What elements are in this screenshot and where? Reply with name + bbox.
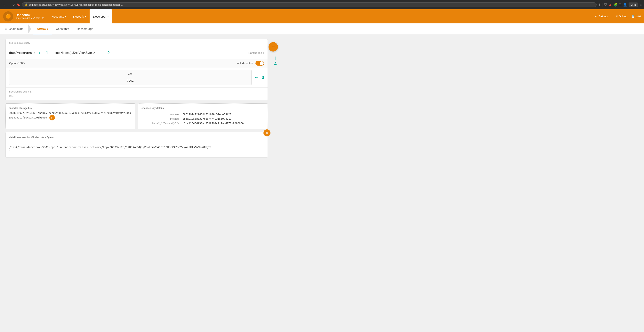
reload-button[interactable]: ↺ — [12, 3, 15, 7]
main-content: selected state query dataPreservers ▾ ← … — [0, 34, 273, 162]
include-option-toggle[interactable] — [256, 61, 264, 66]
option-row: Option<u32> include option — [6, 59, 268, 68]
value-num: 3001 — [127, 79, 134, 82]
result-value: [ /dns4/fraa-dancebox-3001-rpc-0.a.dance… — [9, 141, 264, 154]
share-button[interactable]: ⬆ — [598, 3, 601, 7]
up-arrow-icon: ↑ — [274, 55, 277, 61]
shield-icon: 🛡 — [604, 3, 607, 6]
number-annotation-3: 3 — [262, 75, 264, 80]
page-content: selected state query dataPreservers ▾ ← … — [0, 34, 644, 332]
nav-network[interactable]: Network ▾ — [70, 9, 90, 24]
network-arrow: ▾ — [85, 16, 86, 18]
query-card: selected state query dataPreservers ▾ ← … — [6, 39, 268, 100]
url-bar[interactable]: 🔒 polkadot.js.org/apps/?rpc=wss%3A%2F%2F… — [22, 2, 596, 7]
blockhash-label: blockhash to query at — [9, 90, 264, 93]
url-security-icon: 🔒 — [25, 3, 28, 6]
blake-key-value: d3bcf1040df38ed8518792c2f9acd271b90b0000 — [181, 121, 264, 125]
blake-key-label: blake2_128concat(u32) — [142, 121, 181, 125]
blockhash-row: blockhash to query at 0x... — [6, 88, 268, 100]
main-nav: Accounts ▾ Network ▾ Developer ▾ — [48, 9, 592, 24]
chain-state-text: Chain state — [9, 27, 24, 30]
chain-state-label: ≡ Chain state — [5, 27, 28, 31]
arrow-annotation-3: ← — [254, 74, 259, 80]
result-label: dataPreservers.bootNodes: Vec<Bytes> — [9, 136, 264, 139]
separator — [602, 3, 602, 7]
arrow-annotation-1: ← — [38, 50, 43, 56]
sub-nav: ≡ Chain state Storage Constants Raw stor… — [0, 24, 644, 34]
settings-icon: ⚙ — [595, 15, 598, 18]
nav-accounts[interactable]: Accounts ▾ — [48, 9, 70, 24]
github-icon: ⑂ — [616, 15, 618, 18]
app-logo: 🟠 — [3, 11, 13, 22]
table-row: blake2_128concat(u32) d3bcf1040df38ed851… — [142, 121, 264, 125]
module-dropdown[interactable]: ▾ — [34, 52, 35, 54]
arrow-annotation-2: ← — [99, 50, 104, 56]
tab-constants[interactable]: Constants — [52, 24, 73, 34]
number-annotation-1: 1 — [46, 50, 48, 56]
extensions-button[interactable]: 🧩 — [613, 3, 617, 7]
app-brand: Dancebox dancebox/400 ▾ #1,397,111 — [16, 13, 44, 20]
bootnodes-arrow: ▾ — [263, 51, 264, 54]
developer-arrow: ▾ — [108, 16, 108, 18]
developer-label: Developer — [93, 15, 106, 18]
forward-button[interactable]: › — [7, 2, 10, 7]
nav-settings[interactable]: ⚙ Settings — [592, 9, 612, 24]
key-details-label: encoded key details — [142, 107, 264, 110]
accounts-arrow: ▾ — [65, 16, 66, 18]
info-row: encoded storage key 0x6861197c72f630b61d… — [6, 104, 268, 129]
result-wrapper: dataPreservers.bootNodes: Vec<Bytes> [ /… — [6, 132, 268, 158]
brand-name: Dancebox — [16, 13, 44, 17]
toggle-knob — [260, 61, 264, 65]
logo-icon: 🟠 — [6, 14, 11, 19]
vpn-button[interactable]: VPN — [628, 2, 638, 7]
url-text: polkadot.js.org/apps/?rpc=wss%3A%2F%2Fra… — [29, 3, 123, 6]
nav-divider — [28, 24, 32, 34]
storage-key-value: 0x6861197c72f630b61db48c51ece05f28253a91… — [9, 111, 132, 120]
add-query-button[interactable]: + — [268, 42, 278, 52]
include-option-label: include option — [237, 62, 254, 65]
storage-key-label: encoded storage key — [9, 107, 132, 110]
wiki-icon: 📋 — [631, 15, 635, 18]
value-type: u32 — [128, 73, 132, 76]
query-wrapper: selected state query dataPreservers ▾ ← … — [6, 39, 268, 100]
result-line: /dns4/fraa-dancebox-3001-rpc-0.a.dancebo… — [9, 145, 264, 149]
table-row: method 253a9125cb0317c86ff7493156974217 — [142, 117, 264, 121]
method-key-label: method — [142, 117, 181, 121]
tab-raw-storage[interactable]: Raw storage — [73, 24, 97, 34]
nav-developer[interactable]: Developer ▾ — [90, 9, 112, 24]
network-label: Network — [73, 15, 84, 18]
option-type: Option<u32> — [9, 62, 25, 65]
method-key-value: 253a9125cb0317c86ff7493156974217 — [181, 117, 264, 121]
value-area: u32 3001 ← 3 — [6, 68, 268, 88]
wiki-link[interactable]: 📋 Wiki — [631, 15, 641, 18]
copy-button[interactable]: ⎘ — [49, 115, 55, 120]
number-annotation-2: 2 — [107, 50, 110, 56]
header-right: ⚙ Settings ⑂ GitHub 📋 Wiki — [592, 9, 641, 24]
module-key-value: 6861197c72f630b61db48c51ece05f28 — [181, 112, 264, 116]
settings-label: Settings — [599, 15, 609, 18]
close-result-button[interactable]: × — [264, 130, 270, 136]
query-method: bootNodes(u32): Vec<Bytes> — [54, 51, 95, 55]
profiles-button[interactable]: 👤 — [623, 3, 627, 7]
brand-sub: dancebox/400 ▾ #1,397,111 — [16, 17, 44, 20]
query-module: dataPreservers — [9, 51, 32, 55]
up-annotation: ↑ 4 — [274, 55, 277, 66]
query-row: dataPreservers ▾ ← 1 bootNodes(u32): Vec… — [6, 44, 268, 59]
blockhash-input[interactable]: 0x... — [9, 94, 264, 98]
bootnodes-select[interactable]: BootNodes ▾ — [248, 51, 264, 54]
result-card: dataPreservers.bootNodes: Vec<Bytes> [ /… — [6, 132, 268, 158]
chain-state-icon: ≡ — [5, 27, 7, 31]
result-close-bracket: ] — [9, 150, 264, 154]
storage-key-text: 0x6861197c72f630b61db48c51ece05f28253a91… — [9, 112, 131, 119]
tab-storage[interactable]: Storage — [33, 24, 52, 34]
browser-menu-button[interactable]: ≡ — [640, 3, 642, 7]
github-label: GitHub — [619, 15, 628, 18]
alert-icon: ▲ — [609, 3, 612, 6]
windows-button[interactable]: ☐ — [619, 3, 622, 7]
include-option-control: include option — [237, 61, 264, 66]
github-link[interactable]: ⑂ GitHub — [616, 15, 628, 18]
storage-key-card: encoded storage key 0x6861197c72f630b61d… — [6, 104, 135, 129]
key-details-card: encoded key details module 6861197c72f63… — [138, 104, 268, 129]
back-button[interactable]: ‹ — [2, 2, 6, 7]
result-open-bracket: [ — [9, 141, 264, 145]
